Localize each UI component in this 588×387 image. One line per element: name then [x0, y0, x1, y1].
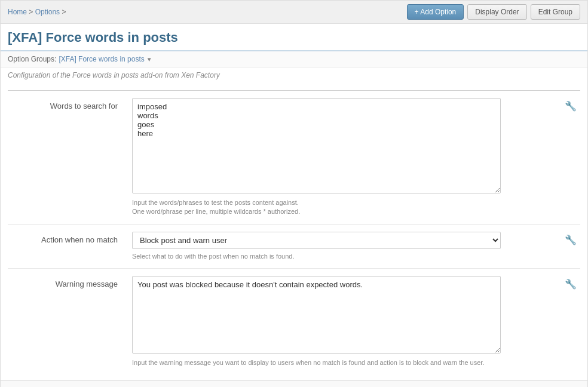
field-label-warning: Warning message [8, 269, 127, 375]
action-select[interactable]: Block post and warn user Warn user only … [132, 232, 501, 249]
words-wrench-cell: 🔧 [562, 91, 580, 225]
breadcrumb-sep2: > [62, 8, 66, 16]
action-hint: Select what to do with the post when no … [132, 252, 558, 261]
field-row-warning: Warning message You post was blocked bec… [8, 269, 580, 375]
breadcrumb-options[interactable]: Options [35, 8, 60, 16]
page-wrapper: Home > Options > + Add Option Display Or… [0, 0, 588, 387]
dropdown-arrow-icon: ▼ [146, 56, 152, 63]
breadcrumb: Home > Options > [8, 8, 66, 16]
group-name-text: [XFA] Force words in posts [59, 55, 144, 63]
top-actions: + Add Option Display Order Edit Group [407, 4, 580, 20]
top-bar: Home > Options > + Add Option Display Or… [1, 1, 587, 24]
page-title: [XFA] Force words in posts [8, 30, 580, 45]
display-order-button[interactable]: Display Order [467, 4, 526, 20]
words-wrench-icon[interactable]: 🔧 [565, 101, 577, 111]
warning-hint: Input the warning message you want to di… [132, 358, 558, 367]
breadcrumb-home[interactable]: Home [8, 8, 27, 16]
field-input-action: Block post and warn user Warn user only … [127, 224, 562, 268]
action-wrench-cell: 🔧 [562, 224, 580, 268]
warning-textarea[interactable]: You post was blocked because it doesn't … [132, 276, 501, 354]
action-wrench-icon[interactable]: 🔧 [565, 235, 577, 245]
field-label-action: Action when no match [8, 224, 127, 268]
option-groups-bar: Option Groups: [XFA] Force words in post… [1, 51, 587, 67]
field-label-words: Words to search for [8, 91, 127, 225]
form-table: Words to search for imposed words goes h… [8, 90, 580, 375]
field-input-warning: You post was blocked because it doesn't … [127, 269, 562, 375]
field-row-action: Action when no match Block post and warn… [8, 224, 580, 268]
edit-group-button[interactable]: Edit Group [531, 4, 580, 20]
option-groups-label: Option Groups: [8, 55, 56, 63]
add-option-button[interactable]: + Add Option [407, 4, 464, 20]
breadcrumb-sep1: > [29, 8, 35, 16]
field-input-words: imposed words goes here Input the words/… [127, 91, 562, 225]
words-hint: Input the words/phrases to test the post… [132, 198, 558, 217]
content-area: Words to search for imposed words goes h… [1, 85, 587, 380]
warning-wrench-icon[interactable]: 🔧 [565, 279, 577, 289]
option-groups-link[interactable]: [XFA] Force words in posts ▼ [59, 55, 152, 63]
words-textarea[interactable]: imposed words goes here [132, 98, 501, 194]
form-footer: Save Changes Cancel [1, 380, 587, 387]
warning-wrench-cell: 🔧 [562, 269, 580, 375]
page-description: Configuration of the Force words in post… [1, 67, 587, 85]
title-area: [XFA] Force words in posts [1, 24, 587, 51]
field-row-words: Words to search for imposed words goes h… [8, 91, 580, 225]
